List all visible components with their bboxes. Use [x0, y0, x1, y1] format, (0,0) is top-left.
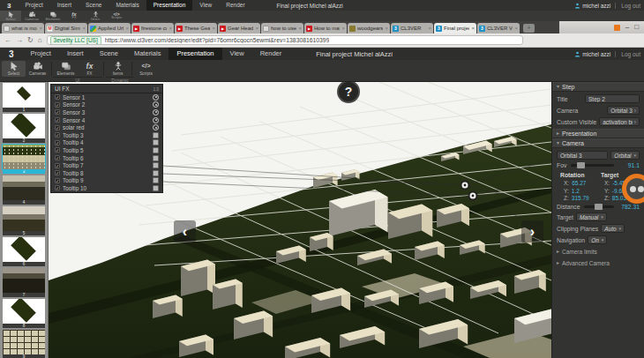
- checkbox[interactable]: ✓: [55, 94, 60, 100]
- tooltip-box-icon[interactable]: [153, 162, 159, 168]
- home-button[interactable]: ⌂: [38, 36, 42, 45]
- target-mode-dropdown[interactable]: Manual▾: [576, 213, 607, 221]
- browser-tab[interactable]: MDigital Simulati×: [45, 23, 87, 34]
- sensor-target-icon[interactable]: [153, 94, 159, 101]
- tab-close-icon[interactable]: ×: [212, 26, 215, 31]
- sensor-target-icon[interactable]: [153, 124, 159, 131]
- 3d-viewport[interactable]: UI FX 13 ✓Sensor 1 ✓Sensor 2 ✓Sensor 3 ✓…: [49, 82, 551, 358]
- user-chip[interactable]: michel azzi: [574, 3, 610, 9]
- browser-tab[interactable]: ▶Gear Head - W×: [218, 23, 260, 34]
- slide-thumbnail[interactable]: 8: [3, 299, 45, 328]
- layer-row[interactable]: ✓Tooltip 8: [51, 169, 162, 177]
- tab-close-icon[interactable]: ×: [471, 26, 475, 31]
- layer-row[interactable]: ✓Sensor 2: [51, 101, 162, 109]
- menu-insert[interactable]: Insert: [59, 48, 92, 60]
- logout-link[interactable]: Log out: [615, 3, 644, 9]
- tab-close-icon[interactable]: ×: [298, 26, 302, 31]
- section-step[interactable]: ▾ Step: [552, 82, 644, 92]
- checkbox[interactable]: ✓: [55, 147, 60, 153]
- menu-scene[interactable]: Scene: [79, 0, 109, 11]
- forward-button[interactable]: →: [16, 36, 23, 45]
- menu-materials[interactable]: Materials: [109, 0, 146, 11]
- fx-tool-button[interactable]: fxFX: [78, 61, 101, 77]
- checkbox[interactable]: ✓: [55, 117, 60, 123]
- browser-tab[interactable]: what is mobility×: [2, 23, 44, 34]
- layer-row[interactable]: ✓Tooltip 4: [51, 139, 162, 147]
- menu-project[interactable]: Project: [23, 48, 59, 60]
- navigation-dropdown[interactable]: On▾: [588, 235, 607, 244]
- mini-select-button[interactable]: Select: [0, 11, 21, 21]
- section-camera-limits[interactable]: ▸ Camera limits: [557, 247, 640, 256]
- tab-close-icon[interactable]: ×: [341, 26, 345, 31]
- tab-close-icon[interactable]: ×: [428, 26, 431, 31]
- menu-render[interactable]: Render: [252, 48, 290, 60]
- layer-row[interactable]: ✓Tooltip 10: [51, 184, 162, 192]
- cameras-tool-button[interactable]: Cameras: [26, 61, 49, 77]
- tooltip-box-icon[interactable]: [153, 170, 159, 176]
- tooltip-box-icon[interactable]: [153, 185, 159, 191]
- checkbox[interactable]: ✓: [55, 155, 60, 160]
- browser-tab[interactable]: 3CL3VER Viewer×: [477, 23, 520, 34]
- menu-insert[interactable]: Insert: [50, 0, 79, 11]
- sensor-target-icon[interactable]: [153, 109, 159, 116]
- browser-tab[interactable]: ▶firestone comic×: [131, 23, 174, 34]
- tab-close-icon[interactable]: ×: [385, 26, 388, 31]
- browser-tab[interactable]: 3CL3VER×: [391, 23, 433, 34]
- sensor-target-icon[interactable]: [153, 101, 159, 108]
- distance-slider[interactable]: [584, 205, 614, 208]
- section-camera[interactable]: ▾ Camera: [552, 138, 644, 148]
- elements-tool-button[interactable]: Elements: [54, 61, 78, 77]
- layer-row[interactable]: ✓solar red: [51, 123, 162, 131]
- slide-thumbnail[interactable]: 9: [3, 330, 45, 358]
- tab-close-icon[interactable]: ×: [39, 26, 42, 31]
- layer-row[interactable]: ✓Sensor 1: [51, 93, 162, 101]
- layer-row[interactable]: ✓Tooltip 5: [51, 146, 162, 154]
- custom-visible-button[interactable]: activation button›: [599, 117, 640, 126]
- checkbox[interactable]: ✓: [55, 178, 60, 183]
- mini-fx-button[interactable]: fxFX: [64, 11, 85, 21]
- mini-items-button[interactable]: Items: [85, 11, 106, 21]
- checkbox[interactable]: ✓: [55, 170, 60, 175]
- tab-close-icon[interactable]: ×: [168, 26, 172, 31]
- slide-thumbnail[interactable]: 1: [3, 83, 45, 112]
- tooltip-box-icon[interactable]: [153, 147, 159, 153]
- tooltip-box-icon[interactable]: [153, 177, 159, 183]
- tab-close-icon[interactable]: ×: [514, 26, 518, 31]
- select-tool-button[interactable]: Select: [2, 61, 26, 77]
- maximize-button[interactable]: □: [634, 23, 639, 32]
- items-tool-button[interactable]: Items: [106, 61, 130, 77]
- mini-elements-button[interactable]: Elements: [42, 11, 64, 21]
- next-step-button[interactable]: ›: [521, 220, 543, 242]
- camera-type-dropdown[interactable]: Orbital▾: [610, 151, 640, 160]
- slide-thumbnail[interactable]: 4: [3, 175, 45, 205]
- new-tab-button[interactable]: +: [523, 24, 535, 33]
- tab-close-icon[interactable]: ×: [125, 26, 129, 31]
- slide-thumbnail[interactable]: 2: [3, 114, 45, 143]
- checkbox[interactable]: ✓: [55, 102, 60, 108]
- section-advanced-camera[interactable]: ▸ Advanced Camera: [557, 258, 640, 267]
- profile-badge-icon[interactable]: [614, 25, 620, 31]
- browser-tab-active[interactable]: 3Final project Mi×: [434, 23, 476, 34]
- layer-row[interactable]: ✓Tooltip 9: [51, 177, 162, 185]
- scripts-tool-button[interactable]: </>Scripts: [134, 61, 158, 77]
- clipping-planes-dropdown[interactable]: Auto▾: [601, 224, 625, 233]
- mini-scripts-button[interactable]: </>Scripts: [106, 11, 127, 21]
- mini-cameras-button[interactable]: Cameras: [21, 11, 42, 21]
- menu-view[interactable]: View: [222, 48, 252, 60]
- menu-render[interactable]: Render: [219, 0, 251, 11]
- menu-view[interactable]: View: [192, 0, 219, 11]
- menu-project[interactable]: Project: [18, 0, 49, 11]
- fov-slider[interactable]: [571, 164, 614, 167]
- checkbox[interactable]: ✓: [55, 132, 60, 138]
- step-camera-button[interactable]: Orbital 3›: [607, 106, 640, 115]
- previous-step-button[interactable]: ‹: [174, 220, 196, 242]
- tab-close-icon[interactable]: ×: [82, 26, 86, 31]
- tooltip-box-icon[interactable]: [153, 139, 159, 145]
- ssl-certificate-badge[interactable]: 3evelity LLC [US]: [50, 36, 101, 45]
- slide-thumbnail-selected[interactable]: 3: [3, 145, 45, 174]
- camera-name-input[interactable]: Orbital 3: [557, 151, 608, 160]
- checkbox[interactable]: ✓: [55, 140, 60, 145]
- tooltip-box-icon[interactable]: [153, 132, 159, 138]
- layer-row[interactable]: ✓Sensor 3: [51, 108, 162, 116]
- layer-row[interactable]: ✓Tooltip 7: [51, 161, 162, 169]
